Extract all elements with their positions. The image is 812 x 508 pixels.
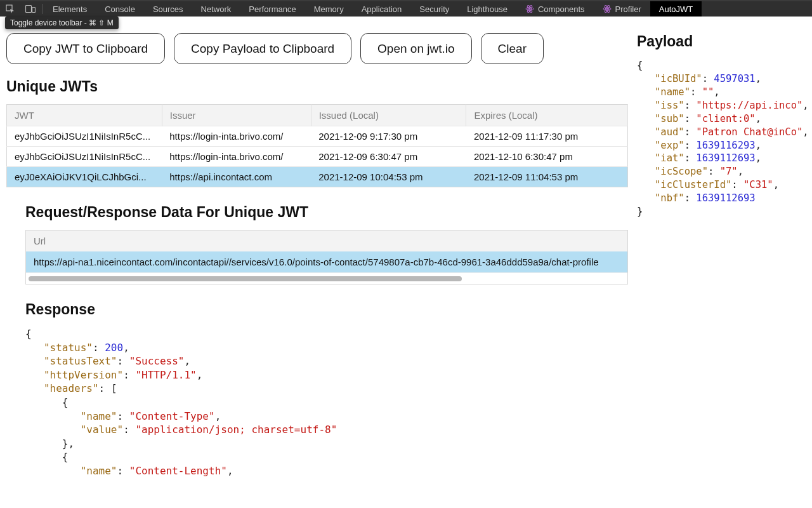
payload-json: { "icBUId": 4597031, "name": "", "iss": … (637, 59, 812, 218)
devtools-tab-memory[interactable]: Memory (305, 4, 353, 14)
jwt-table-header[interactable]: Issuer (162, 105, 311, 126)
horizontal-scrollbar[interactable] (26, 272, 627, 284)
svg-point-7 (606, 8, 608, 10)
devtools-tab-elements[interactable]: Elements (44, 4, 96, 14)
clear-button[interactable]: Clear (481, 33, 544, 64)
device-toolbar-tooltip: Toggle device toolbar - ⌘ ⇧ M (5, 17, 119, 29)
svg-rect-2 (32, 8, 36, 13)
jwt-table-header[interactable]: Expires (Local) (466, 105, 628, 126)
devtools-tab-security[interactable]: Security (410, 4, 458, 14)
inspect-element-icon[interactable] (0, 1, 20, 17)
open-jwtio-button[interactable]: Open on jwt.io (360, 33, 471, 64)
table-row[interactable]: eyJ0eXAiOiJKV1QiLCJhbGci...https://api.i… (7, 167, 628, 187)
svg-rect-1 (26, 6, 32, 13)
url-table: Url https://api-na1.niceincontact.com/in… (25, 230, 628, 284)
devtools-tab-autojwt[interactable]: AutoJWT (650, 1, 702, 17)
devtools-tab-profiler[interactable]: Profiler (594, 4, 650, 14)
react-icon (525, 4, 534, 13)
request-response-heading: Request/Response Data For Unique JWT (25, 204, 628, 221)
devtools-tab-application[interactable]: Application (353, 4, 411, 14)
copy-jwt-button[interactable]: Copy JWT to Clipboard (6, 33, 165, 64)
devtools-tab-lighthouse[interactable]: Lighthouse (458, 4, 516, 14)
action-buttons: Copy JWT to Clipboard Copy Payload to Cl… (6, 28, 628, 64)
devtools-tab-sources[interactable]: Sources (144, 4, 192, 14)
unique-jwts-heading: Unique JWTs (6, 78, 628, 95)
devtools-tab-components[interactable]: Components (516, 4, 594, 14)
url-header: Url (26, 231, 627, 251)
url-cell[interactable]: https://api-na1.niceincontact.com/incont… (26, 251, 627, 272)
devtools-tab-performance[interactable]: Performance (240, 4, 304, 14)
jwt-table: JWTIssuerIssued (Local)Expires (Local) e… (6, 104, 628, 187)
jwt-table-header[interactable]: Issued (Local) (311, 105, 466, 126)
devtools-tab-network[interactable]: Network (192, 4, 240, 14)
devtools-tab-console[interactable]: Console (96, 4, 144, 14)
response-heading: Response (25, 301, 628, 318)
copy-payload-button[interactable]: Copy Payload to Clipboard (174, 33, 351, 64)
response-json: { "status": 200, "statusText": "Success"… (25, 327, 628, 478)
svg-point-3 (528, 8, 530, 10)
jwt-table-header[interactable]: JWT (7, 105, 162, 126)
device-toolbar-icon[interactable] (20, 1, 41, 17)
devtools-tab-bar: ElementsConsoleSourcesNetworkPerformance… (0, 0, 812, 17)
payload-heading: Payload (637, 33, 812, 50)
react-icon (603, 4, 612, 13)
table-row[interactable]: eyJhbGciOiJSUzI1NiIsInR5cC...https://log… (7, 126, 628, 147)
table-row[interactable]: eyJhbGciOiJSUzI1NiIsInR5cC...https://log… (7, 147, 628, 167)
